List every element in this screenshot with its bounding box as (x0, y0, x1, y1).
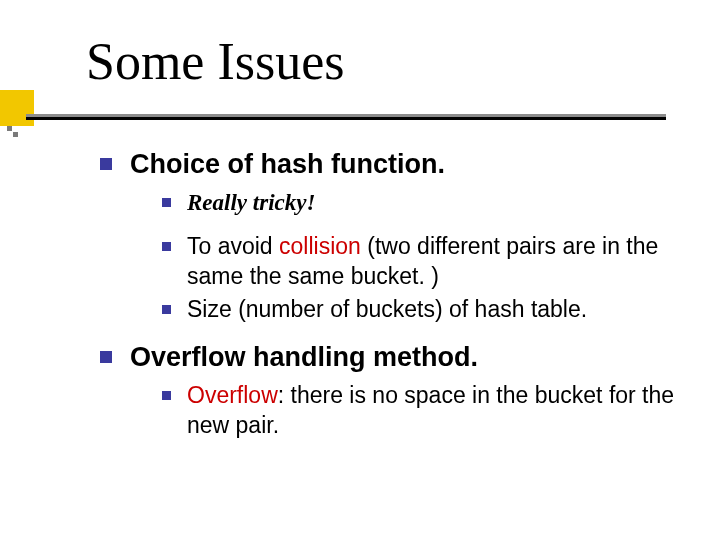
accent-mark-icon (7, 126, 18, 137)
bullet-level2: Overflow: there is no space in the bucke… (162, 381, 680, 441)
square-bullet-icon (100, 158, 112, 170)
bullet-text: To avoid collision (two different pairs … (187, 232, 680, 292)
slide: Some Issues Choice of hash function. Rea… (0, 0, 720, 540)
square-bullet-icon (162, 242, 171, 251)
highlight-collision: collision (279, 233, 361, 259)
bullet-text-tricky: Really tricky! (187, 188, 315, 218)
bullet-level2: Really tricky! (162, 188, 680, 218)
accent-block (0, 90, 34, 126)
square-bullet-icon (100, 351, 112, 363)
sub-list: Overflow: there is no space in the bucke… (162, 381, 680, 441)
divider-black (26, 117, 666, 120)
slide-content: Choice of hash function. Really tricky! … (100, 148, 680, 457)
sub-list: Really tricky! To avoid collision (two d… (162, 188, 680, 326)
slide-title: Some Issues (86, 32, 345, 91)
square-bullet-icon (162, 391, 171, 400)
bullet-level2: To avoid collision (two different pairs … (162, 232, 680, 292)
bullet-text: Choice of hash function. (130, 148, 445, 182)
bullet-level1: Choice of hash function. (100, 148, 680, 182)
square-bullet-icon (162, 305, 171, 314)
text-pre: To avoid (187, 233, 279, 259)
bullet-level2: Size (number of buckets) of hash table. (162, 295, 680, 325)
bullet-level1: Overflow handling method. (100, 341, 680, 375)
highlight-overflow: Overflow (187, 382, 278, 408)
square-bullet-icon (162, 198, 171, 207)
bullet-text: Overflow: there is no space in the bucke… (187, 381, 680, 441)
bullet-text: Size (number of buckets) of hash table. (187, 295, 587, 325)
bullet-text: Overflow handling method. (130, 341, 478, 375)
